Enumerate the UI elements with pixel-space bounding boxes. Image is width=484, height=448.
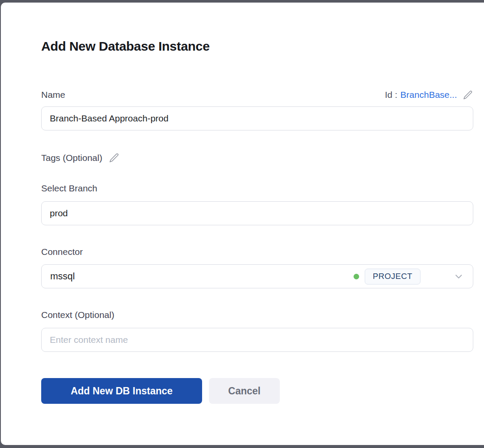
dialog-actions: Add New DB Instance Cancel: [41, 378, 473, 404]
name-label-row: Name Id : BranchBase...: [41, 89, 473, 100]
dialog-title: Add New Database Instance: [41, 39, 473, 54]
tags-label: Tags (Optional): [41, 152, 102, 163]
tags-label-row: Tags (Optional): [41, 152, 473, 163]
context-label: Context (Optional): [41, 309, 473, 321]
connector-select[interactable]: mssql PROJECT: [41, 264, 473, 288]
instance-id-group: Id : BranchBase...: [385, 90, 473, 100]
name-label: Name: [41, 89, 65, 100]
context-input[interactable]: [41, 328, 473, 352]
connector-status-dot-icon: [354, 274, 359, 279]
project-badge: PROJECT: [365, 269, 420, 285]
connector-value: mssql: [50, 271, 75, 282]
cancel-button[interactable]: Cancel: [209, 378, 280, 404]
chevron-down-icon[interactable]: [454, 272, 463, 281]
add-db-instance-button[interactable]: Add New DB Instance: [41, 378, 202, 404]
connector-label: Connector: [41, 246, 473, 257]
add-db-instance-dialog: Add New Database Instance Name Id : Bran…: [1, 3, 484, 445]
branch-label: Select Branch: [41, 183, 473, 194]
instance-id-prefix: Id :: [385, 90, 397, 100]
branch-input[interactable]: [41, 201, 473, 225]
edit-tags-pencil-icon[interactable]: [109, 152, 120, 163]
instance-id-link[interactable]: BranchBase...: [400, 90, 457, 100]
name-input[interactable]: [41, 106, 473, 130]
edit-id-pencil-icon[interactable]: [463, 90, 473, 100]
